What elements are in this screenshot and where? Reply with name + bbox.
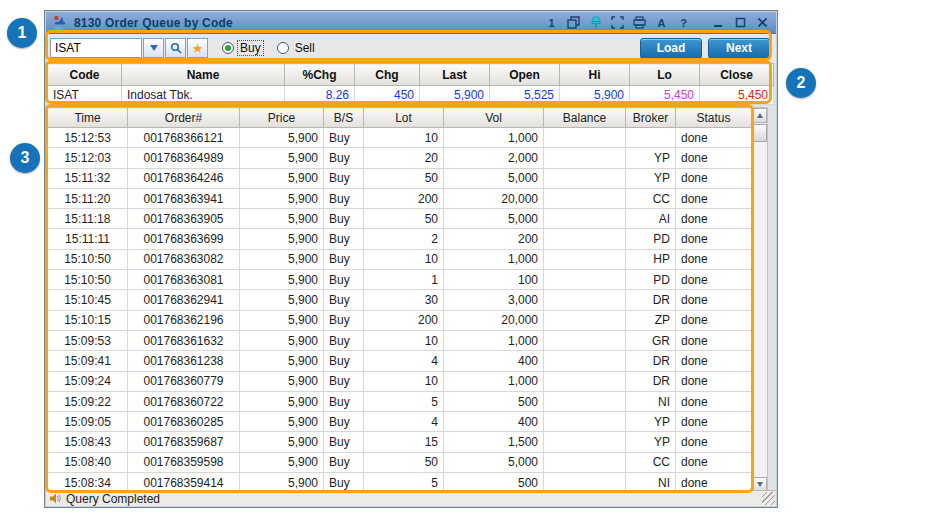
close-icon[interactable] (755, 15, 770, 30)
order-side: Buy (324, 330, 364, 350)
sell-radio[interactable]: Sell (277, 41, 317, 55)
order-time: 15:09:22 (48, 391, 128, 411)
summary-hi: 5,900 (560, 86, 630, 105)
order-row[interactable]: 15:12:53 001768366121 5,900 Buy 10 1,000… (48, 128, 752, 148)
order-status: done (676, 351, 752, 371)
order-row[interactable]: 15:11:32 001768364246 5,900 Buy 50 5,000… (48, 168, 752, 188)
new-window-icon[interactable] (566, 15, 581, 30)
minimize-icon[interactable] (711, 15, 726, 30)
order-broker: YP (626, 412, 676, 432)
order-row[interactable]: 15:10:50 001768363082 5,900 Buy 10 1,000… (48, 249, 752, 269)
summary-chg: 450 (355, 86, 420, 105)
orders-col-vol: Vol (444, 108, 544, 128)
order-price: 5,900 (240, 290, 324, 310)
order-balance (544, 229, 626, 249)
search-icon (170, 42, 182, 54)
order-row[interactable]: 15:08:40 001768359598 5,900 Buy 50 5,000… (48, 452, 752, 472)
order-status: done (676, 452, 752, 472)
font-icon[interactable]: A (654, 15, 669, 30)
scrollbar-thumb[interactable] (753, 124, 767, 142)
order-broker: CC (626, 188, 676, 208)
order-row[interactable]: 15:11:18 001768363905 5,900 Buy 50 5,000… (48, 209, 752, 229)
order-row[interactable]: 15:09:53 001768361632 5,900 Buy 10 1,000… (48, 330, 752, 350)
order-lot: 30 (364, 290, 444, 310)
maximize-icon[interactable] (733, 15, 748, 30)
favorite-button[interactable]: ★ (187, 38, 208, 58)
summary-code: ISAT (48, 86, 122, 105)
order-row[interactable]: 15:11:20 001768363941 5,900 Buy 200 20,0… (48, 188, 752, 208)
order-balance (544, 371, 626, 391)
print-icon[interactable] (632, 15, 647, 30)
order-side: Buy (324, 148, 364, 168)
order-balance (544, 209, 626, 229)
order-side: Buy (324, 168, 364, 188)
order-vol: 3,000 (444, 290, 544, 310)
order-lot: 4 (364, 351, 444, 371)
order-row[interactable]: 15:11:11 001768363699 5,900 Buy 2 200 PD… (48, 229, 752, 249)
summary-col-last: Last (420, 64, 490, 86)
order-row[interactable]: 15:12:03 001768364989 5,900 Buy 20 2,000… (48, 148, 752, 168)
order-number: 001768360285 (128, 412, 240, 432)
order-broker: AI (626, 209, 676, 229)
order-row[interactable]: 15:08:43 001768359687 5,900 Buy 15 1,500… (48, 432, 752, 452)
buy-radio[interactable]: Buy (222, 41, 263, 55)
order-queue-window: naik 8130 Order Queue by Code 1 (44, 10, 778, 508)
pin-icon[interactable] (588, 15, 603, 30)
order-row[interactable]: 15:10:50 001768363081 5,900 Buy 1 100 PD… (48, 270, 752, 290)
scroll-up-button[interactable] (753, 108, 767, 123)
order-row[interactable]: 15:09:24 001768360779 5,900 Buy 10 1,000… (48, 371, 752, 391)
order-broker: HP (626, 249, 676, 269)
order-time: 15:11:11 (48, 229, 128, 249)
order-status: done (676, 290, 752, 310)
order-row[interactable]: 15:09:05 001768360285 5,900 Buy 4 400 YP… (48, 412, 752, 432)
title-bar: naik 8130 Order Queue by Code 1 (46, 12, 776, 34)
summary-col-close: Close (700, 64, 774, 86)
code-dropdown-button[interactable] (143, 38, 164, 58)
order-number: 001768363941 (128, 188, 240, 208)
order-row[interactable]: 15:09:22 001768360722 5,900 Buy 5 500 NI… (48, 391, 752, 411)
order-price: 5,900 (240, 209, 324, 229)
svg-text:naik: naik (54, 25, 64, 31)
summary-data-row[interactable]: ISAT Indosat Tbk. 8.26 450 5,900 5,525 5… (48, 86, 774, 105)
order-vol: 500 (444, 391, 544, 411)
order-status: done (676, 391, 752, 411)
order-broker: CC (626, 452, 676, 472)
order-broker: NI (626, 391, 676, 411)
order-broker: YP (626, 432, 676, 452)
order-side: Buy (324, 452, 364, 472)
search-button[interactable] (165, 38, 186, 58)
help-icon[interactable]: ? (676, 15, 691, 30)
orders-scrollbar[interactable] (752, 107, 768, 493)
resize-grip[interactable] (762, 492, 775, 505)
order-vol: 400 (444, 412, 544, 432)
order-balance (544, 168, 626, 188)
next-button[interactable]: Next (708, 38, 770, 59)
order-time: 15:10:50 (48, 270, 128, 290)
order-number: 001768362941 (128, 290, 240, 310)
load-button[interactable]: Load (640, 38, 702, 59)
order-side: Buy (324, 391, 364, 411)
order-side: Buy (324, 128, 364, 148)
expand-icon[interactable] (610, 15, 625, 30)
order-lot: 20 (364, 148, 444, 168)
orders-col-status: Status (676, 108, 752, 128)
order-lot: 1 (364, 270, 444, 290)
order-number: 001768359687 (128, 432, 240, 452)
orders-col-balance: Balance (544, 108, 626, 128)
order-vol: 200 (444, 229, 544, 249)
order-row[interactable]: 15:09:41 001768361238 5,900 Buy 4 400 DR… (48, 351, 752, 371)
order-status: done (676, 412, 752, 432)
order-number: 001768362196 (128, 310, 240, 330)
order-vol: 20,000 (444, 310, 544, 330)
order-balance (544, 310, 626, 330)
order-number: 001768364989 (128, 148, 240, 168)
toolbar: ★ Buy Sell Load Next (46, 34, 776, 62)
order-broker: ZP (626, 310, 676, 330)
order-number: 001768366121 (128, 128, 240, 148)
order-lot: 50 (364, 452, 444, 472)
orders-col-time: Time (48, 108, 128, 128)
order-row[interactable]: 15:10:15 001768362196 5,900 Buy 200 20,0… (48, 310, 752, 330)
code-input[interactable] (50, 38, 142, 58)
quote-summary-table: Code Name %Chg Chg Last Open Hi Lo Close… (47, 63, 773, 105)
order-row[interactable]: 15:10:45 001768362941 5,900 Buy 30 3,000… (48, 290, 752, 310)
